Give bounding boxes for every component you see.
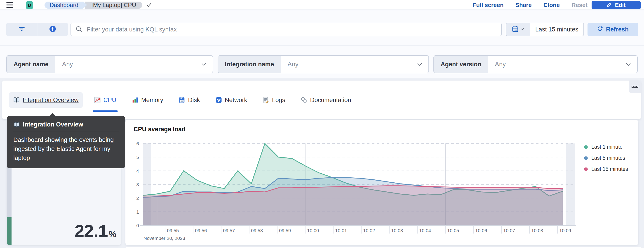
legend-item-last-5-minutes[interactable]: Last 5 minutes — [584, 155, 628, 161]
svg-text:10:03: 10:03 — [391, 228, 403, 233]
dashboard-link-network[interactable]: Network — [211, 92, 251, 108]
memo-icon — [262, 97, 269, 103]
date-range-picker[interactable]: Last 15 minutes — [506, 23, 584, 36]
quick-select-menu[interactable] — [506, 23, 530, 36]
dashboard-link-disk[interactable]: Disk — [174, 92, 204, 108]
legend-dot — [584, 156, 588, 160]
tooltip-body: Dashboard showing the events being inges… — [13, 135, 119, 162]
svg-text:10:09: 10:09 — [559, 228, 571, 233]
menu-icon[interactable] — [6, 2, 13, 8]
metric-progress-fill — [7, 217, 12, 245]
edit-button[interactable]: Edit — [592, 1, 641, 9]
cpu-load-area-chart: 012345609:5509:5609:5709:5809:5910:0010:… — [126, 120, 638, 245]
svg-text:10:00: 10:00 — [307, 228, 319, 233]
chevron-down-icon — [417, 56, 428, 73]
header-bar: D Dashboard [My Laptop] CPU Full screenS… — [0, 0, 644, 10]
tab-label: Logs — [272, 97, 286, 104]
dashboard-link-cpu[interactable]: CPU — [90, 92, 120, 108]
header-action-reset: Reset — [572, 2, 588, 9]
filter-icon — [18, 26, 25, 33]
dashboard-link-logs[interactable]: Logs — [258, 92, 290, 108]
legend-label: Last 5 minutes — [591, 155, 625, 161]
panel-options-button[interactable] — [629, 81, 641, 93]
svg-text:09:58: 09:58 — [251, 228, 263, 233]
control-integration-name[interactable]: Integration nameAny — [218, 55, 429, 73]
tab-label: Integration Overview — [22, 97, 79, 104]
legend-item-last-1-minute[interactable]: Last 1 minute — [584, 144, 628, 150]
breadcrumb-dashboard[interactable]: Dashboard — [44, 2, 84, 9]
svg-text:3: 3 — [136, 182, 139, 187]
chart-increasing-icon — [94, 97, 101, 103]
control-value[interactable]: Any — [488, 56, 626, 73]
header-actions: Full screenShareCloneReset — [472, 0, 588, 10]
legend-item-last-15-minutes[interactable]: Last 15 minutes — [584, 166, 628, 172]
bar-chart-icon — [132, 97, 138, 103]
plus-circle-icon — [49, 25, 56, 34]
refresh-icon — [597, 26, 603, 33]
tab-label: CPU — [104, 97, 116, 104]
svg-text:09:59: 09:59 — [279, 228, 291, 233]
calendar-icon — [512, 26, 518, 33]
breadcrumb-current-dashboard: [My Laptop] CPU — [85, 2, 142, 9]
check-icon[interactable] — [146, 2, 152, 9]
control-label: Agent version — [434, 56, 488, 73]
links-panel: Integration OverviewCPUMemoryDiskNetwork… — [2, 81, 641, 119]
control-agent-name[interactable]: Agent nameAny — [6, 55, 213, 73]
link-icon — [300, 97, 307, 103]
control-label: Agent name — [7, 56, 55, 73]
svg-text:10:05: 10:05 — [447, 228, 459, 233]
kql-search-bar — [70, 23, 502, 36]
tab-label: Disk — [188, 97, 200, 104]
refresh-button-label: Refresh — [606, 26, 629, 33]
filters-menu-button[interactable] — [6, 23, 37, 36]
svg-text:1: 1 — [136, 209, 139, 214]
filter-button-group — [6, 23, 68, 36]
edit-button-label: Edit — [615, 2, 626, 8]
next-panel-edge — [126, 247, 641, 248]
chevron-down-icon — [201, 56, 213, 73]
search-icon — [76, 26, 82, 33]
svg-text:09:56: 09:56 — [195, 228, 207, 233]
svg-text:10:06: 10:06 — [475, 228, 487, 233]
floppy-disk-icon — [178, 97, 185, 103]
query-toolbar: Last 15 minutes Refresh — [0, 11, 644, 45]
dashboard-link-memory[interactable]: Memory — [128, 92, 168, 108]
svg-text:09:57: 09:57 — [223, 228, 235, 233]
tab-label: Documentation — [310, 97, 351, 104]
dashboard-link-integration-overview[interactable]: Integration Overview — [9, 92, 83, 108]
refresh-button[interactable]: Refresh — [588, 23, 638, 36]
legend-label: Last 15 minutes — [591, 166, 628, 172]
svg-text:November 20, 2023: November 20, 2023 — [144, 235, 185, 241]
tooltip-title: Integration Overview — [23, 121, 83, 128]
control-agent-version[interactable]: Agent versionAny — [434, 55, 638, 73]
integration-overview-tooltip: Integration Overview Dashboard showing t… — [7, 116, 125, 168]
tab-label: Network — [225, 97, 247, 104]
control-value[interactable]: Any — [55, 56, 201, 73]
header-action-clone[interactable]: Clone — [544, 2, 560, 9]
header-action-full-screen[interactable]: Full screen — [472, 2, 504, 9]
svg-text:10:07: 10:07 — [503, 228, 515, 233]
cpu-average-load-panel[interactable]: 012345609:5509:5609:5709:5809:5910:0010:… — [126, 120, 638, 245]
svg-text:6: 6 — [136, 141, 139, 146]
panel-options-icon — [632, 85, 638, 89]
chart-legend: Last 1 minuteLast 5 minutesLast 15 minut… — [584, 144, 628, 172]
time-range-value[interactable]: Last 15 minutes — [530, 23, 584, 36]
svg-text:10:08: 10:08 — [531, 228, 543, 233]
svg-text:0: 0 — [136, 223, 139, 228]
tooltip-divider — [13, 132, 119, 132]
space-avatar[interactable]: D — [26, 1, 33, 9]
header-action-share[interactable]: Share — [516, 2, 532, 9]
svg-text:2: 2 — [136, 195, 139, 201]
svg-text:4: 4 — [136, 168, 139, 174]
kql-query-input[interactable] — [87, 26, 497, 33]
dashboard-link-documentation[interactable]: Documentation — [296, 92, 355, 108]
chart-title: CPU average load — [134, 126, 186, 133]
chevron-down-icon — [626, 56, 637, 73]
add-filter-button[interactable] — [37, 23, 68, 36]
metric-value: 22.1 — [74, 221, 108, 241]
control-value[interactable]: Any — [281, 56, 417, 73]
svg-text:10:02: 10:02 — [363, 228, 375, 233]
dashboard-controls-row: Agent nameAnyIntegration nameAnyAgent ve… — [0, 46, 644, 78]
book-icon — [13, 121, 20, 128]
legend-label: Last 1 minute — [591, 144, 622, 150]
